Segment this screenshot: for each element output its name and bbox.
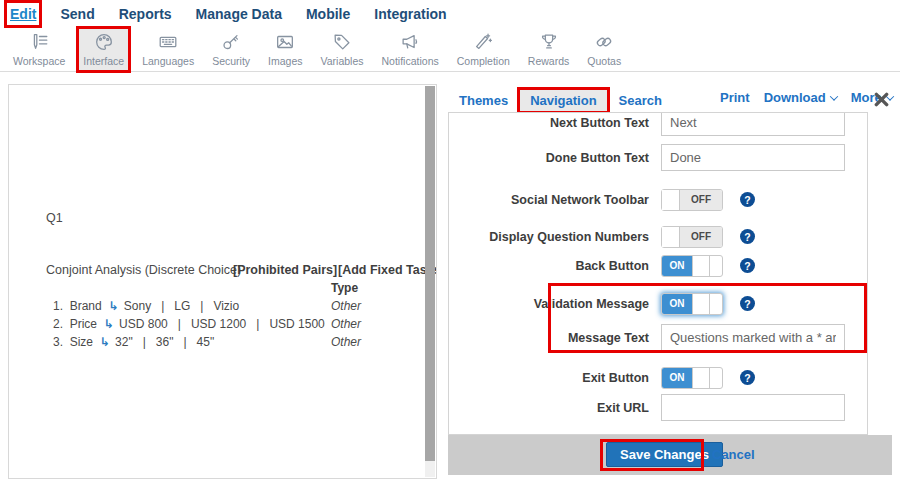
tab-search[interactable]: Search [608, 89, 673, 112]
print-link[interactable]: Print [720, 90, 750, 105]
social-network-toolbar-toggle[interactable]: OFF [661, 189, 723, 211]
chevron-down-icon [829, 92, 837, 100]
navigation-settings-form: Next Button Text Done Button Text Social… [448, 112, 868, 435]
toggle-knob [662, 190, 680, 210]
attribute-type: Other [331, 299, 361, 313]
top-navigation: Edit Send Reports Manage Data Mobile Int… [0, 0, 900, 28]
cancel-link[interactable]: Cancel [712, 447, 755, 462]
toolbar-item-variables[interactable]: Variables [316, 28, 369, 71]
toolbar-item-rewards[interactable]: Rewards [523, 28, 574, 71]
toolbar-item-quotas[interactable]: Quotas [582, 28, 626, 71]
display-question-numbers-toggle[interactable]: OFF [661, 226, 723, 248]
toggle-state-label: OFF [680, 227, 722, 247]
nav-item-edit[interactable]: Edit [10, 6, 36, 22]
validation-message-toggle[interactable]: ON [661, 293, 723, 315]
close-icon[interactable] [874, 92, 889, 107]
help-icon[interactable]: ? [740, 370, 755, 385]
toolbar-label: Notifications [382, 55, 439, 67]
question-id: Q1 [46, 211, 63, 225]
form-row-exit-url: Exit URL [449, 394, 867, 421]
toolbar-label: Rewards [528, 55, 569, 67]
form-row-validation-message: Validation Message ON ? [449, 290, 867, 317]
completion-icon [472, 31, 494, 53]
field-label: Social Network Toolbar [449, 193, 661, 207]
type-column-header: Type [331, 281, 358, 295]
field-label: Back Button [449, 259, 661, 273]
field-label: Done Button Text [449, 151, 661, 165]
exit-url-input[interactable] [661, 394, 845, 421]
toolbar-label: Completion [457, 55, 510, 67]
message-text-input[interactable] [661, 324, 845, 351]
toggle-state-label: OFF [680, 190, 722, 210]
variables-icon [331, 31, 353, 53]
toolbar-label: Images [268, 55, 302, 67]
workspace-icon [28, 31, 50, 53]
toolbar-item-completion[interactable]: Completion [452, 28, 515, 71]
toolbar-item-notifications[interactable]: Notifications [377, 28, 444, 71]
toggle-knob [692, 294, 710, 314]
survey-preview-panel: Q1 Conjoint Analysis (Discrete Choice) [… [8, 84, 437, 479]
toolbar-label: Security [212, 55, 250, 67]
field-label: Next Button Text [449, 116, 661, 130]
rewards-icon [538, 31, 560, 53]
quotas-icon [593, 31, 615, 53]
toggle-knob [662, 227, 680, 247]
panel-actions: Print Download More [720, 90, 893, 105]
form-row-next-button-text: Next Button Text [449, 112, 867, 136]
toolbar-item-images[interactable]: Images [263, 28, 307, 71]
back-button-toggle[interactable]: ON [661, 255, 723, 277]
scrollbar-thumb[interactable] [425, 86, 435, 461]
preview-scrollbar[interactable] [425, 86, 435, 477]
nav-item-mobile[interactable]: Mobile [306, 6, 350, 22]
field-label: Validation Message [449, 297, 661, 311]
attribute-row: 2. Price↳USD 800 | USD 1200 | USD 1500 [53, 317, 325, 331]
help-icon[interactable]: ? [740, 296, 755, 311]
nav-item-send[interactable]: Send [60, 6, 94, 22]
toolbar-item-languages[interactable]: Languages [137, 28, 199, 71]
toggle-knob [692, 368, 710, 388]
toolbar-label: Languages [142, 55, 194, 67]
field-label: Display Question Numbers [449, 230, 661, 244]
toolbar-label: Interface [83, 55, 124, 67]
toolbar-label: Workspace [13, 55, 65, 67]
nav-item-manage-data[interactable]: Manage Data [196, 6, 282, 22]
attribute-type: Other [331, 317, 361, 331]
attribute-row: 1. Brand↳Sony | LG | Vizio [53, 299, 239, 313]
branch-arrow-icon: ↳ [102, 299, 124, 313]
notifications-icon [399, 31, 421, 53]
attribute-row: 3. Size↳32" | 36" | 45" [53, 335, 214, 349]
security-icon [220, 31, 242, 53]
help-icon[interactable]: ? [740, 258, 755, 273]
question-title: Conjoint Analysis (Discrete Choice) [46, 263, 241, 277]
attribute-type: Other [331, 335, 361, 349]
languages-icon [157, 31, 179, 53]
form-row-back-button: Back Button ON ? [449, 252, 867, 279]
form-row-message-text: Message Text [449, 324, 867, 351]
prohibited-pairs-link[interactable]: [Prohibited Pairs] [233, 263, 337, 277]
images-icon [274, 31, 296, 53]
form-row-display-question-numbers: Display Question Numbers OFF ? [449, 223, 867, 250]
survey-editor-app: Edit Send Reports Manage Data Mobile Int… [0, 0, 900, 484]
add-fixed-tasks-link[interactable]: [Add Fixed Tasks [338, 263, 437, 277]
help-icon[interactable]: ? [740, 192, 755, 207]
download-link[interactable]: Download [764, 90, 837, 105]
save-changes-button[interactable]: Save Changes [606, 442, 723, 467]
toolbar-item-workspace[interactable]: Workspace [8, 28, 70, 71]
editor-toolbar: Workspace Interface Languages Security I… [0, 28, 900, 72]
nav-item-integration[interactable]: Integration [374, 6, 446, 22]
settings-tabs: Themes Navigation Search [448, 88, 673, 113]
branch-arrow-icon: ↳ [97, 317, 119, 331]
branch-arrow-icon: ↳ [93, 335, 115, 349]
toolbar-label: Variables [321, 55, 364, 67]
tab-navigation[interactable]: Navigation [519, 89, 607, 112]
toolbar-item-security[interactable]: Security [207, 28, 255, 71]
next-button-text-input[interactable] [661, 112, 845, 136]
toolbar-item-interface[interactable]: Interface [78, 28, 129, 71]
done-button-text-input[interactable] [661, 144, 845, 171]
field-label: Message Text [449, 331, 661, 345]
interface-icon [93, 31, 115, 53]
tab-themes[interactable]: Themes [448, 89, 519, 112]
nav-item-reports[interactable]: Reports [119, 6, 172, 22]
help-icon[interactable]: ? [740, 229, 755, 244]
exit-button-toggle[interactable]: ON [661, 367, 723, 389]
